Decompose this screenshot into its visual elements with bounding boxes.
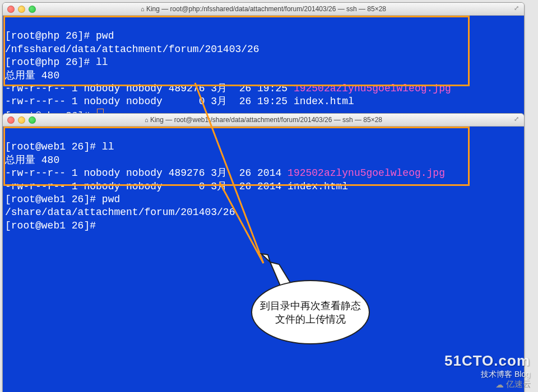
output-total: 总用量 480 — [5, 70, 59, 81]
close-icon[interactable] — [7, 6, 15, 13]
home-icon: ⌂ — [145, 116, 149, 123]
cloud-icon: ☁ — [495, 380, 504, 390]
terminal-window-php: ⌂ King — root@php:/nfsshared/data/attach… — [2, 2, 525, 116]
file-row: -rw-r--r-- 1 nobody nobody 0 3月 26 2014 … — [5, 181, 348, 192]
resize-icon[interactable]: ⤢ — [514, 115, 522, 123]
annotation-bubble: 到目录中再次查看静态文件的上传情况 — [251, 280, 370, 344]
output-path: /nfsshared/data/attachment/forum/201403/… — [5, 44, 259, 55]
file-name: 192502azlynu5goelwleog.jpg — [294, 83, 451, 94]
window-title: ⌂ King — root@web1:/share/data/attachmen… — [3, 116, 524, 124]
traffic-lights — [3, 6, 36, 13]
command: pwd — [96, 30, 114, 41]
prompt: [root@web1 26]# — [5, 220, 102, 231]
output-path: /share/data/attachment/forum/201403/26 — [5, 207, 235, 218]
watermark-yisu: ☁亿速云 — [495, 379, 531, 390]
terminal-window-web1: ⌂ King — root@web1:/share/data/attachmen… — [2, 113, 525, 392]
file-row: -rw-r--r-- 1 nobody nobody 489276 3月 26 … — [5, 167, 287, 179]
file-name: 192502azlynu5goelwleog.jpg — [287, 167, 445, 179]
minimize-icon[interactable] — [18, 116, 25, 124]
minimize-icon[interactable] — [18, 6, 25, 13]
resize-icon[interactable]: ⤢ — [514, 4, 522, 12]
prompt: [root@php 26]# — [5, 30, 96, 41]
command: ll — [96, 57, 108, 68]
file-row: -rw-r--r-- 1 nobody nobody 0 3月 26 19:25… — [5, 96, 354, 107]
window-title: ⌂ King — root@php:/nfsshared/data/attach… — [3, 5, 524, 13]
prompt: [root@php 26]# — [5, 57, 96, 68]
command: pwd — [102, 194, 120, 205]
close-icon[interactable] — [7, 116, 15, 124]
terminal-body[interactable]: [root@php 26]# pwd /nfsshared/data/attac… — [3, 16, 524, 115]
prompt: [root@web1 26]# — [5, 141, 102, 152]
command: ll — [102, 141, 114, 152]
traffic-lights — [3, 116, 36, 124]
titlebar[interactable]: ⌂ King — root@php:/nfsshared/data/attach… — [3, 3, 524, 16]
titlebar[interactable]: ⌂ King — root@web1:/share/data/attachmen… — [3, 114, 524, 127]
annotation-text: 到目录中再次查看静态文件的上传情况 — [260, 299, 361, 326]
zoom-icon[interactable] — [29, 6, 36, 13]
prompt: [root@web1 26]# — [5, 194, 102, 205]
terminal-body[interactable]: [root@web1 26]# ll 总用量 480 -rw-r--r-- 1 … — [3, 127, 524, 392]
home-icon: ⌂ — [141, 6, 145, 12]
file-row: -rw-r--r-- 1 nobody nobody 489276 3月 26 … — [5, 83, 294, 94]
output-total: 总用量 480 — [5, 155, 59, 166]
zoom-icon[interactable] — [29, 116, 36, 124]
